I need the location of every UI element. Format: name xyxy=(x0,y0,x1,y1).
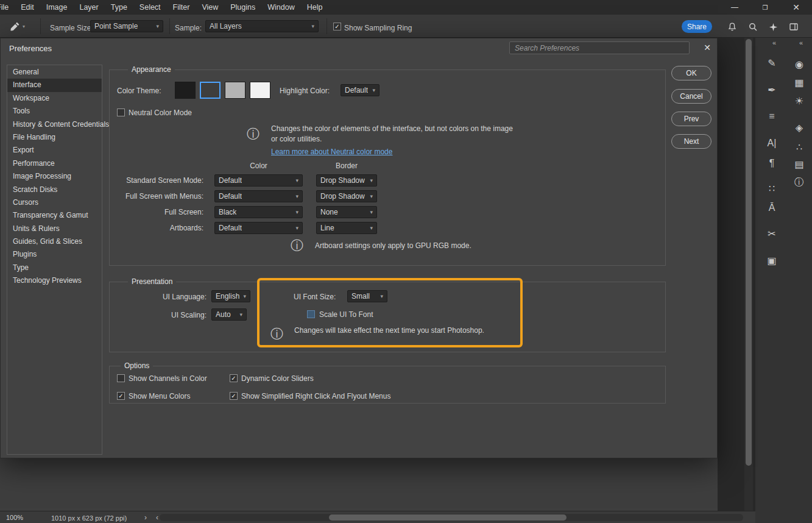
character-panel-icon[interactable]: A| xyxy=(763,135,781,151)
swatches-panel-icon[interactable]: ▦ xyxy=(790,74,808,90)
scale-ui-to-font-checkbox[interactable] xyxy=(307,310,315,318)
minimize-button[interactable]: — xyxy=(721,0,749,15)
ui-scaling-select[interactable]: Auto ▾ xyxy=(211,308,247,321)
full-screen-menus-border-select[interactable]: Drop Shadow ▾ xyxy=(316,190,377,202)
menu-item-select[interactable]: Select xyxy=(133,0,167,15)
theme-swatch-dark-selected[interactable] xyxy=(200,82,221,99)
sidebar-item-general[interactable]: General xyxy=(7,66,102,79)
chevron-down-icon: ▾ xyxy=(370,193,373,199)
artboards-color-select[interactable]: Default ▾ xyxy=(214,222,303,234)
paths-nodes-panel-icon[interactable]: ∴ xyxy=(790,139,808,155)
menu-item-file[interactable]: File xyxy=(0,0,15,15)
sidebar-item-transparency-gamut[interactable]: Transparency & Gamut xyxy=(7,209,102,222)
cancel-button[interactable]: Cancel xyxy=(671,89,711,104)
full-screen-color-select[interactable]: Black ▾ xyxy=(214,206,303,218)
ok-button[interactable]: OK xyxy=(671,66,711,80)
neutral-mode-link[interactable]: Learn more about Neutral color mode xyxy=(271,148,392,156)
show-menu-colors-checkbox[interactable]: ✓ xyxy=(117,392,125,400)
sidebar-item-performance[interactable]: Performance xyxy=(7,157,102,170)
paragraph-panel-icon[interactable]: ¶ xyxy=(763,155,781,171)
character-styles-panel-icon[interactable]: Ā xyxy=(763,200,781,216)
menu-item-view[interactable]: View xyxy=(196,0,224,15)
sample-select[interactable]: All Layers ▾ xyxy=(205,20,319,32)
sidebar-item-file-handling[interactable]: File Handling xyxy=(7,131,102,144)
full-screen-menus-color-value: Default xyxy=(219,192,242,201)
sidebar-item-cursors[interactable]: Cursors xyxy=(7,196,102,209)
collapse-panels-icon[interactable]: « xyxy=(799,39,803,46)
theme-swatch-light[interactable] xyxy=(225,82,245,99)
zoom-level[interactable]: 100% xyxy=(6,514,23,521)
artboards-panel-icon[interactable]: ▣ xyxy=(763,252,781,268)
menu-item-plugins[interactable]: Plugins xyxy=(224,0,261,15)
show-sampling-ring-checkbox[interactable]: ✓ xyxy=(333,23,341,30)
menu-item-filter[interactable]: Filter xyxy=(167,0,196,15)
menu-item-image[interactable]: Image xyxy=(40,0,74,15)
eyedropper-tool-button[interactable]: ▾ xyxy=(6,19,35,34)
dynamic-color-sliders-checkbox[interactable]: ✓ xyxy=(230,374,238,382)
sidebar-item-interface[interactable]: Interface xyxy=(7,79,102,91)
menu-item-layer[interactable]: Layer xyxy=(73,0,104,15)
full-screen-border-select[interactable]: None ▾ xyxy=(316,206,377,218)
panel-toggle-icon[interactable] xyxy=(788,21,800,33)
layers-panel-icon[interactable]: ◈ xyxy=(790,119,808,135)
menu-item-help[interactable]: Help xyxy=(301,0,329,15)
next-button[interactable]: Next xyxy=(671,134,711,149)
preferences-search-input[interactable] xyxy=(509,41,690,54)
menu-item-window[interactable]: Window xyxy=(261,0,300,15)
sidebar-item-image-processing[interactable]: Image Processing xyxy=(7,170,102,183)
status-arrow-right-icon[interactable]: › xyxy=(144,513,147,522)
paths-panel-icon[interactable]: ✒ xyxy=(763,82,781,98)
libraries-panel-icon[interactable]: ≡ xyxy=(763,109,781,124)
glyphs-panel-icon[interactable]: ∷ xyxy=(763,180,781,196)
standard-screen-mode-border-select[interactable]: Drop Shadow ▾ xyxy=(316,174,377,187)
notifications-bell-icon[interactable] xyxy=(726,21,738,33)
channels-panel-icon[interactable]: ▤ xyxy=(790,156,808,172)
vertical-scrollbar-thumb[interactable] xyxy=(746,39,752,466)
appearance-section: Appearance Color Theme: Highlight Color:… xyxy=(109,69,666,266)
adjustments-panel-icon[interactable]: ☀ xyxy=(790,93,808,109)
sidebar-item-units-rulers[interactable]: Units & Rulers xyxy=(7,222,102,235)
clone-source-panel-icon[interactable]: ◉ xyxy=(790,56,808,72)
scissors-panel-icon[interactable]: ✂ xyxy=(763,226,781,241)
horizontal-scrollbar-thumb[interactable] xyxy=(329,514,567,521)
prev-button[interactable]: Prev xyxy=(671,112,711,126)
status-arrow-left-icon[interactable]: ‹ xyxy=(156,513,158,522)
collapse-panels-icon[interactable]: « xyxy=(772,39,776,46)
search-icon[interactable] xyxy=(747,21,759,33)
sidebar-item-type[interactable]: Type xyxy=(7,262,102,274)
info-panel-icon[interactable]: ⓘ xyxy=(790,174,808,190)
vertical-scrollbar[interactable] xyxy=(744,38,753,511)
standard-screen-mode-color-select[interactable]: Default ▾ xyxy=(214,174,303,187)
brush-settings-panel-icon[interactable]: ✎ xyxy=(763,55,781,71)
horizontal-scrollbar[interactable] xyxy=(160,514,743,521)
full-screen-menus-color-select[interactable]: Default ▾ xyxy=(214,190,303,202)
menu-item-edit[interactable]: Edit xyxy=(15,0,40,15)
share-button[interactable]: Share xyxy=(682,20,712,33)
ai-sparkle-icon[interactable] xyxy=(767,21,779,33)
menu-item-type[interactable]: Type xyxy=(105,0,133,15)
sidebar-item-guides-grid-slices[interactable]: Guides, Grid & Slices xyxy=(7,235,102,248)
show-sampling-ring-label: Show Sampling Ring xyxy=(344,24,412,32)
sidebar-item-export[interactable]: Export xyxy=(7,144,102,157)
sidebar-item-tools[interactable]: Tools xyxy=(7,105,102,118)
highlight-color-label: Highlight Color: xyxy=(280,87,330,95)
sidebar-item-history-content-credentials[interactable]: History & Content Credentials xyxy=(7,118,102,131)
show-channels-in-color-checkbox[interactable] xyxy=(117,374,125,382)
neutral-color-mode-checkbox[interactable] xyxy=(117,109,125,116)
chevron-down-icon: ▾ xyxy=(239,311,242,318)
dialog-close-icon[interactable]: ✕ xyxy=(701,41,714,54)
sidebar-item-plugins[interactable]: Plugins xyxy=(7,248,102,261)
close-button[interactable]: ✕ xyxy=(782,0,810,15)
ui-font-size-select[interactable]: Small ▾ xyxy=(347,290,387,302)
theme-swatch-darkest[interactable] xyxy=(175,82,196,99)
theme-swatch-white[interactable] xyxy=(250,82,270,99)
show-simplified-right-click-checkbox[interactable]: ✓ xyxy=(230,392,238,400)
sidebar-item-technology-previews[interactable]: Technology Previews xyxy=(7,274,102,287)
sidebar-item-workspace[interactable]: Workspace xyxy=(7,92,102,105)
sidebar-item-scratch-disks[interactable]: Scratch Disks xyxy=(7,183,102,196)
restore-button[interactable]: ❐ xyxy=(751,0,779,15)
artboards-border-select[interactable]: Line ▾ xyxy=(316,222,377,234)
ui-language-select[interactable]: English ▾ xyxy=(211,290,250,302)
highlight-color-select[interactable]: Default ▾ xyxy=(341,84,380,96)
sample-size-select[interactable]: Point Sample ▾ xyxy=(90,20,163,32)
